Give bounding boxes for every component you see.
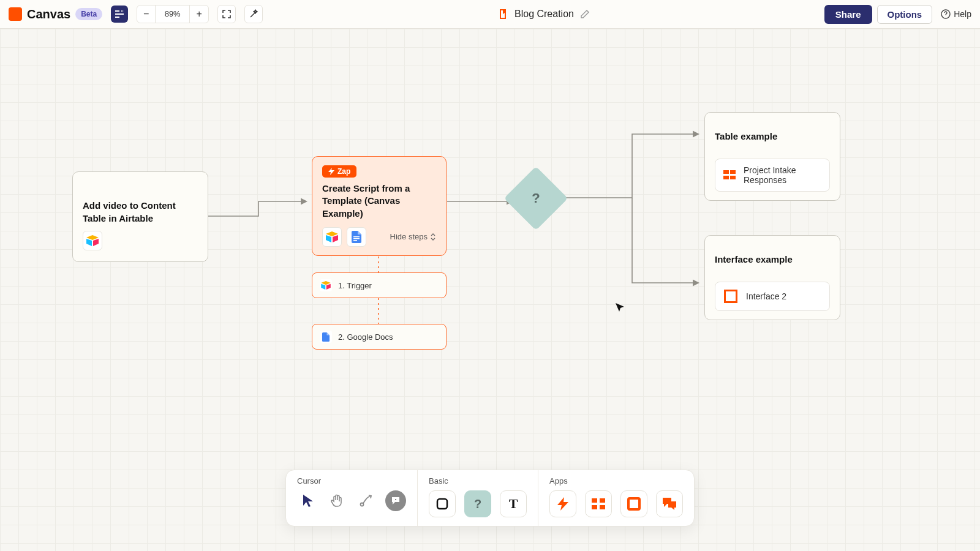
tool-select[interactable] <box>297 490 318 511</box>
svg-rect-3 <box>353 240 357 241</box>
node-interface-example[interactable]: Interface example Interface 2 <box>704 235 840 320</box>
decision-label: ? <box>513 176 559 221</box>
tables-icon <box>723 167 736 183</box>
zoom-level: 89% <box>156 6 190 23</box>
interface-example-title: Interface example <box>715 253 830 266</box>
svg-point-9 <box>361 503 364 506</box>
table-item-label: Project Intake Responses <box>744 165 822 185</box>
help-label: Help <box>954 9 971 19</box>
zoom-in-button[interactable]: + <box>190 6 208 23</box>
google-docs-icon <box>320 331 332 343</box>
tool-hand[interactable] <box>326 490 347 511</box>
app-tables[interactable] <box>585 490 612 517</box>
svg-rect-8 <box>725 290 737 302</box>
google-docs-icon <box>347 227 366 247</box>
step-trigger[interactable]: 1. Trigger <box>312 272 447 298</box>
svg-rect-10 <box>437 499 447 509</box>
magic-button[interactable] <box>244 5 263 23</box>
decision-node[interactable]: ? <box>513 176 559 221</box>
zap-badge-text: Zap <box>337 167 350 176</box>
hide-steps-label: Hide steps <box>390 232 428 241</box>
brand-name: Canvas <box>27 7 70 21</box>
table-example-title: Table example <box>715 130 830 143</box>
svg-rect-7 <box>730 176 736 179</box>
toolbar-cursor-label: Cursor <box>297 476 406 485</box>
toolbar-basic-label: Basic <box>429 476 527 485</box>
zap-app-icons <box>322 227 366 247</box>
bottom-toolbar: Cursor Basic ? T <box>285 470 695 527</box>
svg-rect-2 <box>353 238 360 239</box>
tool-comment[interactable] <box>385 490 406 511</box>
airtable-icon <box>320 279 332 291</box>
step-google-docs[interactable]: 2. Google Docs <box>312 324 447 350</box>
table-item[interactable]: Project Intake Responses <box>715 159 830 192</box>
svg-rect-13 <box>592 505 597 509</box>
share-button[interactable]: Share <box>824 5 872 24</box>
svg-rect-12 <box>600 498 605 503</box>
interface-icon <box>723 288 739 304</box>
step-trigger-label: 1. Trigger <box>338 281 372 290</box>
node-airtable[interactable]: Add video to Content Table in Airtable <box>72 171 208 262</box>
zoom-control: − 89% + <box>137 5 209 23</box>
top-bar: Canvas Beta − 89% + Blog Creation Share … <box>0 0 980 29</box>
app-zap[interactable] <box>549 490 576 517</box>
cursor-indicator <box>616 303 624 312</box>
airtable-icon <box>83 231 102 250</box>
node-table-example[interactable]: Table example Project Intake Responses <box>704 112 840 201</box>
edit-title-icon[interactable] <box>580 9 590 19</box>
svg-rect-11 <box>592 498 597 503</box>
toolbar-apps-section: Apps <box>538 470 694 526</box>
zoom-out-button[interactable]: − <box>137 6 156 23</box>
interface-item-label: Interface 2 <box>746 291 786 301</box>
svg-rect-15 <box>628 498 639 509</box>
step-docs-label: 2. Google Docs <box>338 332 393 342</box>
svg-rect-4 <box>723 170 729 174</box>
options-button[interactable]: Options <box>877 5 933 24</box>
tool-text[interactable]: T <box>500 490 527 517</box>
tool-shape-rect[interactable] <box>429 490 456 517</box>
zap-badge: Zap <box>322 165 356 178</box>
app-interfaces[interactable] <box>620 490 647 517</box>
interface-item[interactable]: Interface 2 <box>715 282 830 311</box>
tool-shape-diamond[interactable]: ? <box>464 490 491 517</box>
svg-rect-14 <box>600 505 605 509</box>
beta-badge: Beta <box>75 8 102 20</box>
node-zap[interactable]: Zap Create Script from a Template (Canva… <box>312 156 447 256</box>
app-logo <box>9 7 22 21</box>
svg-rect-1 <box>353 236 360 238</box>
top-bar-right: Share Options Help <box>824 5 971 24</box>
tool-connector[interactable] <box>356 490 377 511</box>
hide-steps-toggle[interactable]: Hide steps <box>390 232 436 241</box>
sidebar-toggle-button[interactable] <box>111 6 128 23</box>
toolbar-basic-section: Basic ? T <box>418 470 538 526</box>
help-button[interactable]: Help <box>941 9 971 19</box>
toolbar-cursor-section: Cursor <box>286 470 418 526</box>
app-chatbot[interactable] <box>656 490 683 517</box>
toolbar-apps-label: Apps <box>549 476 683 485</box>
fullscreen-button[interactable] <box>217 5 236 23</box>
top-bar-center: Blog Creation <box>263 9 824 20</box>
top-bar-left: Canvas Beta − 89% + <box>9 5 263 23</box>
node-airtable-title: Add video to Content Table in Airtable <box>83 199 198 225</box>
airtable-icon <box>322 227 342 247</box>
svg-rect-6 <box>723 176 729 179</box>
zap-title: Create Script from a Template (Canvas Ex… <box>322 182 436 220</box>
svg-rect-5 <box>730 170 736 174</box>
document-title: Blog Creation <box>514 9 574 20</box>
doc-icon <box>497 9 508 20</box>
